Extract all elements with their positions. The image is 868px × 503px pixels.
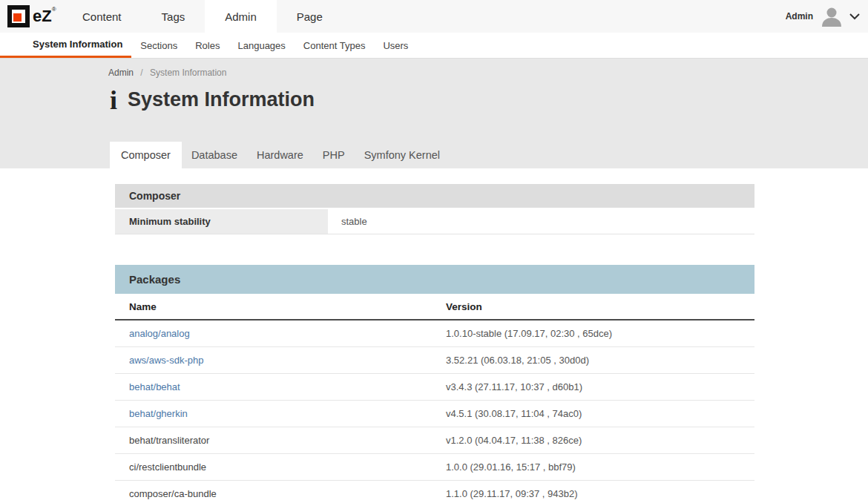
- table-row: behat/transliterator v1.2.0 (04.04.17, 1…: [115, 427, 754, 454]
- content-container: Composer Minimum stability stable Packag…: [115, 184, 754, 503]
- table-row: behat/gherkin v4.5.1 (30.08.17, 11:04 , …: [115, 401, 754, 427]
- composer-table: Composer Minimum stability stable: [115, 184, 754, 234]
- topnav-item-page[interactable]: Page: [277, 0, 343, 33]
- tab-database[interactable]: Database: [182, 142, 247, 168]
- tab-php[interactable]: PHP: [313, 142, 355, 168]
- subnav-item-users[interactable]: Users: [374, 33, 417, 58]
- package-version: 3.52.21 (06.03.18, 21:05 , 30d0d): [433, 347, 754, 373]
- subnav-item-roles[interactable]: Roles: [186, 33, 228, 58]
- tab-symfony-kernel[interactable]: Symfony Kernel: [355, 142, 450, 168]
- package-version: 1.1.0 (29.11.17, 09:37 , 943b2): [433, 481, 754, 503]
- package-version: v1.2.0 (04.04.17, 11:38 , 826ce): [433, 427, 754, 453]
- breadcrumb-admin-link[interactable]: Admin: [108, 68, 134, 78]
- registered-mark: ®: [52, 6, 56, 13]
- breadcrumb: Admin / System Information: [108, 68, 868, 78]
- table-row: aws/aws-sdk-php 3.52.21 (06.03.18, 21:05…: [115, 347, 754, 374]
- breadcrumb-current: System Information: [150, 68, 226, 78]
- package-link[interactable]: analog/analog: [129, 328, 190, 339]
- page-title: System Information: [128, 88, 315, 111]
- table-row: Minimum stability stable: [115, 209, 754, 234]
- package-link[interactable]: behat/gherkin: [129, 408, 188, 419]
- page-header: Admin / System Information i System Info…: [0, 59, 868, 168]
- package-version: 1.0.10-stable (17.09.17, 02:30 , 65dce): [433, 320, 754, 346]
- topnav-item-admin[interactable]: Admin: [205, 0, 277, 33]
- subnav-item-sections[interactable]: Sections: [131, 33, 186, 58]
- user-menu[interactable]: Admin: [786, 6, 868, 27]
- user-name-label: Admin: [786, 11, 813, 22]
- composer-table-title: Composer: [115, 184, 754, 208]
- top-navigation: Content Tags Admin Page: [62, 0, 343, 33]
- title-row: i System Information: [110, 88, 868, 111]
- package-version: 1.0.0 (29.01.16, 15:17 , bbf79): [433, 454, 754, 480]
- tab-hardware[interactable]: Hardware: [247, 142, 313, 168]
- ez-logo-text: eZ: [33, 5, 52, 27]
- table-row: behat/behat v3.4.3 (27.11.17, 10:37 , d6…: [115, 374, 754, 401]
- package-link[interactable]: behat/behat: [129, 381, 180, 392]
- tab-composer[interactable]: Composer: [110, 142, 182, 168]
- topbar: eZ ® Content Tags Admin Page Admin: [0, 0, 868, 33]
- table-row: composer/ca-bundle 1.1.0 (29.11.17, 09:3…: [115, 481, 754, 503]
- package-name: ci/restclientbundle: [129, 461, 206, 473]
- ez-logo-red-square: [13, 13, 22, 22]
- topnav-item-content[interactable]: Content: [62, 0, 142, 33]
- package-version: v4.5.1 (30.08.17, 11:04 , 74ac0): [433, 401, 754, 427]
- subnav-item-content-types[interactable]: Content Types: [295, 33, 375, 58]
- chevron-down-icon[interactable]: [849, 13, 861, 20]
- admin-sub-navigation: System Information Sections Roles Langua…: [0, 33, 868, 59]
- table-row: ci/restclientbundle 1.0.0 (29.01.16, 15:…: [115, 454, 754, 481]
- subnav-item-languages[interactable]: Languages: [228, 33, 294, 58]
- ez-logo-icon: [7, 5, 30, 27]
- row-value-minimum-stability: stable: [328, 209, 754, 234]
- table-row: analog/analog 1.0.10-stable (17.09.17, 0…: [115, 320, 754, 347]
- packages-column-headers: Name Version: [115, 294, 754, 320]
- user-avatar-icon[interactable]: [821, 6, 843, 27]
- topnav-item-tags[interactable]: Tags: [142, 0, 206, 33]
- ez-logo[interactable]: eZ ®: [0, 5, 62, 27]
- package-name: composer/ca-bundle: [129, 488, 217, 499]
- spacer: [115, 234, 754, 265]
- packages-table: Packages Name Version analog/analog 1.0.…: [115, 265, 754, 503]
- package-link[interactable]: aws/aws-sdk-php: [129, 355, 203, 366]
- breadcrumb-separator: /: [140, 68, 142, 78]
- main-content: Composer Minimum stability stable Packag…: [0, 168, 868, 503]
- column-header-name: Name: [115, 294, 433, 319]
- packages-table-title: Packages: [115, 265, 754, 294]
- row-label-minimum-stability: Minimum stability: [115, 209, 328, 234]
- column-header-version: Version: [433, 294, 754, 319]
- system-info-tabs: Composer Database Hardware PHP Symfony K…: [110, 142, 868, 168]
- subnav-item-system-information[interactable]: System Information: [0, 33, 131, 58]
- package-version: v3.4.3 (27.11.17, 10:37 , d60b1): [433, 374, 754, 400]
- system-information-icon: i: [110, 89, 117, 111]
- package-name: behat/transliterator: [129, 435, 209, 446]
